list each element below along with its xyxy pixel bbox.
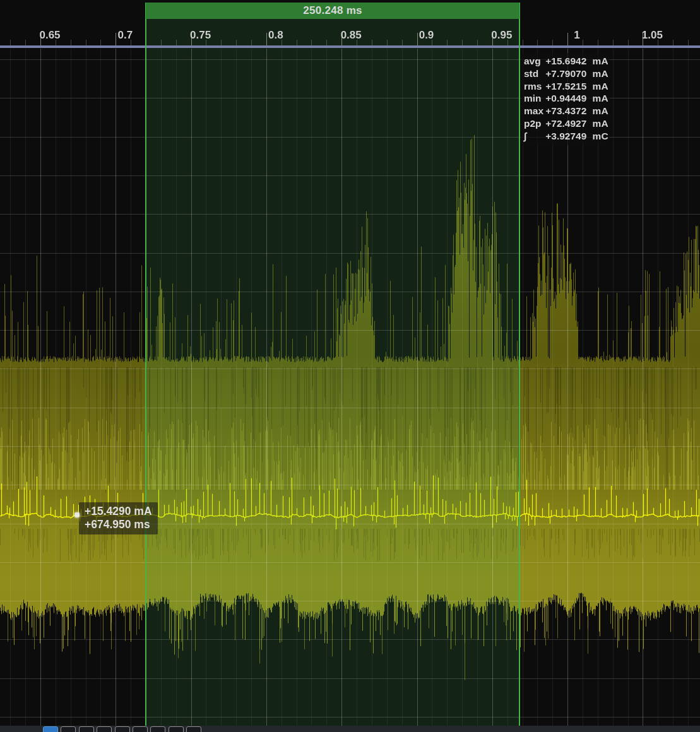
stat-value: +72.4927 [545, 117, 592, 130]
stat-unit: mA [593, 68, 610, 80]
bottom-slot-2[interactable] [79, 726, 94, 732]
x-axis-tick-label: 0.8 [249, 29, 302, 42]
stat-value: +17.5215 [545, 80, 592, 93]
bottom-slot-7[interactable] [169, 726, 184, 732]
bottom-slot-3[interactable] [97, 726, 112, 732]
stat-label: std [524, 68, 545, 80]
selection-duration-bar[interactable]: 250.248 ms [146, 3, 519, 19]
stat-label: max [524, 105, 545, 117]
selection-stats-panel: avg+15.6942mAstd+7.79070mArms+17.5215mAm… [521, 53, 610, 145]
stat-label: avg [524, 55, 545, 68]
bottom-slot-8[interactable] [186, 726, 201, 732]
stat-label: rms [524, 80, 545, 93]
stat-row: avg+15.6942mA [524, 55, 610, 68]
x-axis-tick-label: 0.65 [23, 29, 76, 42]
x-axis-tick-label: 0.95 [475, 29, 528, 42]
bottom-slot-4[interactable] [115, 726, 130, 732]
stat-label: min [524, 92, 545, 105]
selection-duration-label: 250.248 ms [303, 4, 362, 17]
stat-row: rms+17.5215mA [524, 80, 610, 93]
stat-unit: mA [593, 117, 610, 130]
bottom-slot-6[interactable] [150, 726, 165, 732]
bottom-slot-5[interactable] [133, 726, 148, 732]
x-axis-tick-label: 1.05 [626, 29, 679, 42]
stat-label: ∫ [524, 130, 545, 143]
stat-row: max+73.4372mA [524, 105, 610, 117]
stat-row: std+7.79070mA [524, 68, 610, 80]
stat-label: p2p [524, 117, 545, 130]
x-axis-tick-label: 0.85 [324, 29, 377, 42]
stat-value: +15.6942 [545, 55, 592, 68]
cursor-time-value: +674.950 ms [85, 518, 152, 531]
bottom-slot-0[interactable] [43, 726, 58, 732]
stat-value: +0.94449 [545, 92, 592, 105]
stat-row: p2p+72.4927mA [524, 117, 610, 130]
waveform-view: 250.248 ms 0.650.70.750.80.850.90.9511.0… [0, 0, 700, 732]
cursor-marker-dot [74, 512, 80, 517]
cursor-current-value: +15.4290 mA [85, 505, 152, 518]
stat-unit: mC [593, 130, 610, 143]
x-axis-tick-label: 1 [550, 29, 603, 42]
x-axis-tick-label: 0.75 [174, 29, 227, 42]
x-axis-tick-label: 0.7 [98, 29, 151, 42]
x-axis-tick-label: 0.9 [400, 29, 453, 42]
stat-value: +7.79070 [545, 68, 592, 80]
bottom-toolbar [0, 726, 700, 732]
stat-row: min+0.94449mA [524, 92, 610, 105]
stat-value: +3.92749 [545, 130, 592, 143]
bottom-slot-1[interactable] [61, 726, 76, 732]
stat-row: ∫+3.92749mC [524, 130, 610, 143]
stat-unit: mA [593, 92, 610, 105]
stat-unit: mA [593, 105, 610, 117]
stat-value: +73.4372 [545, 105, 592, 117]
stat-unit: mA [593, 55, 610, 68]
cursor-tooltip: +15.4290 mA +674.950 ms [79, 502, 158, 534]
stat-unit: mA [593, 80, 610, 93]
